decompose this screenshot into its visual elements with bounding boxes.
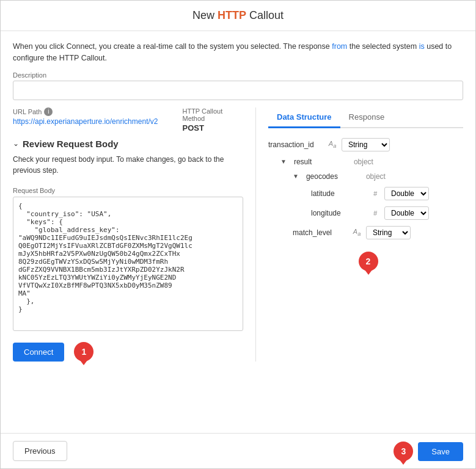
- description-section: Description: [13, 71, 463, 100]
- review-header: ⌄ Review Request Body: [13, 139, 243, 149]
- balloon-2: 2: [359, 252, 378, 271]
- tab-data-structure[interactable]: Data Structure: [268, 107, 340, 128]
- type-icon-transaction-id: Aa: [328, 140, 337, 149]
- field-name-geocodes: geocodes: [306, 172, 361, 181]
- connect-row: Connect 1: [13, 339, 243, 362]
- previous-button[interactable]: Previous: [13, 441, 67, 461]
- chevron-down-geocodes: ▼: [293, 173, 299, 180]
- balloon-1: 1: [74, 342, 93, 362]
- save-row: 3 Save: [389, 442, 463, 461]
- field-name-result: result: [294, 158, 349, 166]
- type-select-latitude[interactable]: Double String Integer: [384, 187, 429, 200]
- review-title: Review Request Body: [23, 139, 119, 149]
- http-method-label: HTTP Callout Method: [182, 107, 243, 122]
- balloon-3: 3: [394, 442, 413, 461]
- type-icon-latitude: #: [371, 190, 379, 197]
- balloon-1-wrapper: 1: [69, 342, 93, 362]
- type-label-result: object: [354, 158, 373, 166]
- left-column: URL Path i https://api.experianaperture.…: [13, 107, 243, 362]
- right-column: Data Structure Response transaction_id A…: [255, 107, 463, 362]
- http-label: HTTP: [218, 9, 246, 21]
- field-name-longitude: longitude: [311, 209, 366, 217]
- data-structure-panel: transaction_id Aa String Double Integer …: [268, 138, 463, 271]
- tabs-row: Data Structure Response: [268, 107, 463, 128]
- balloon-2-wrapper: 2: [268, 252, 463, 271]
- balloon-3-wrapper: 3: [389, 442, 413, 461]
- modal-header: New HTTP Callout: [1, 1, 475, 31]
- field-name-match-level: match_level: [293, 228, 348, 237]
- modal: New HTTP Callout When you click Connect,…: [0, 0, 476, 469]
- field-name-transaction-id: transaction_id: [268, 140, 323, 149]
- field-name-latitude: latitude: [311, 189, 366, 198]
- url-path-label: URL Path i: [13, 107, 158, 116]
- info-icon: i: [44, 107, 53, 116]
- request-body-section: Request Body: [13, 187, 243, 333]
- type-icon-match-level: Aa: [353, 228, 361, 237]
- type-select-transaction-id[interactable]: String Double Integer Boolean: [342, 138, 390, 151]
- callout-label: Callout: [246, 9, 284, 21]
- connect-button[interactable]: Connect: [13, 343, 64, 362]
- chevron-down-result: ▼: [280, 158, 287, 165]
- tab-response[interactable]: Response: [340, 107, 394, 128]
- modal-title: New HTTP Callout: [13, 9, 463, 22]
- field-row-geocodes: ▼ geocodes object: [268, 172, 463, 181]
- field-row-result: ▼ result object: [268, 158, 463, 166]
- http-method-section: HTTP Callout Method POST: [182, 107, 243, 133]
- two-col-layout: URL Path i https://api.experianaperture.…: [13, 107, 463, 362]
- info-text: When you click Connect, you create a rea…: [13, 41, 463, 64]
- chevron-icon: ⌄: [13, 139, 19, 148]
- description-label: Description: [13, 71, 463, 79]
- type-icon-longitude: #: [371, 209, 379, 217]
- field-row-transaction-id: transaction_id Aa String Double Integer …: [268, 138, 463, 151]
- type-select-longitude[interactable]: Double String Integer: [384, 206, 429, 220]
- request-body-label: Request Body: [13, 187, 243, 194]
- save-button[interactable]: Save: [418, 442, 463, 461]
- http-method-value: POST: [182, 123, 243, 133]
- url-path-value: https://api.experianaperture.io/enrichme…: [13, 117, 158, 126]
- request-body-textarea[interactable]: [13, 197, 243, 331]
- url-path-section: URL Path i https://api.experianaperture.…: [13, 107, 158, 126]
- type-label-geocodes: object: [366, 172, 386, 181]
- review-section: ⌄ Review Request Body Check your request…: [13, 139, 243, 181]
- modal-footer: Previous 3 Save: [1, 433, 475, 468]
- field-row-longitude: longitude # Double String Integer: [268, 206, 463, 220]
- url-method-row: URL Path i https://api.experianaperture.…: [13, 107, 243, 133]
- review-desc: Check your request body input. To make c…: [13, 154, 243, 176]
- field-row-match-level: match_level Aa String Double Integer: [268, 226, 463, 239]
- modal-body: When you click Connect, you create a rea…: [1, 31, 475, 433]
- description-input[interactable]: [13, 81, 463, 100]
- field-row-latitude: latitude # Double String Integer: [268, 187, 463, 200]
- type-select-match-level[interactable]: String Double Integer: [366, 226, 411, 239]
